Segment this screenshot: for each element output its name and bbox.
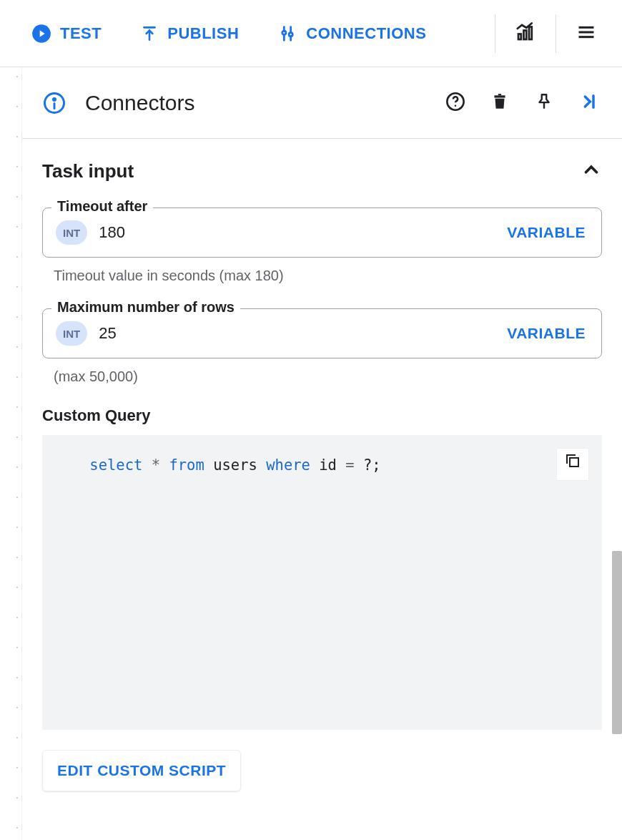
connections-button[interactable]: CONNECTIONS	[265, 16, 439, 51]
timeout-field[interactable]: Timeout after INT VARIABLE	[42, 207, 602, 258]
code-token: users	[213, 456, 257, 474]
connector-panel: Connectors	[21, 67, 622, 840]
analytics-button[interactable]	[508, 16, 543, 51]
upload-icon	[140, 24, 159, 43]
play-circle-icon	[31, 24, 51, 44]
maxrows-input[interactable]	[97, 309, 504, 358]
menu-icon	[576, 22, 596, 45]
pin-icon	[535, 92, 553, 114]
svg-rect-14	[498, 94, 501, 95]
test-button-label: TEST	[60, 24, 102, 43]
panel-title: Connectors	[85, 91, 194, 115]
toolbar: TEST PUBLISH CONNECTIONS	[0, 0, 622, 67]
timeout-legend: Timeout after	[51, 198, 153, 215]
svg-rect-8	[579, 26, 594, 28]
collapse-panel-button[interactable]	[576, 91, 601, 115]
section-header[interactable]: Task input	[42, 156, 602, 192]
separator	[556, 14, 556, 53]
svg-rect-13	[494, 95, 505, 97]
timeout-helper: Timeout value in seconds (max 180)	[54, 268, 602, 284]
timeout-input[interactable]	[97, 208, 504, 257]
scrollbar-thumb[interactable]	[612, 551, 622, 734]
svg-point-12	[455, 104, 457, 107]
pin-button[interactable]	[532, 91, 556, 115]
maxrows-legend: Maximum number of rows	[51, 299, 240, 316]
help-circle-icon	[445, 92, 465, 114]
publish-button[interactable]: PUBLISH	[127, 17, 252, 50]
menu-button[interactable]	[569, 16, 603, 51]
chart-line-icon	[515, 21, 536, 46]
svg-rect-7	[529, 26, 532, 39]
svg-rect-5	[518, 34, 521, 39]
left-rail-dots	[7, 67, 19, 840]
copy-code-button[interactable]	[556, 448, 589, 481]
separator	[495, 14, 495, 53]
connections-icon	[277, 24, 297, 44]
code-token: select	[89, 456, 142, 474]
int-chip: INT	[56, 321, 87, 346]
custom-query-label: Custom Query	[42, 406, 602, 425]
maxrows-field[interactable]: Maximum number of rows INT VARIABLE	[42, 308, 602, 358]
custom-query-code: select * from users where id = ?;	[42, 435, 602, 730]
edit-custom-script-button[interactable]: EDIT CUSTOM SCRIPT	[42, 750, 241, 791]
svg-rect-17	[570, 458, 578, 467]
code-token: *	[152, 456, 160, 474]
copy-icon	[564, 452, 581, 477]
maxrows-variable-button[interactable]: VARIABLE	[504, 321, 588, 346]
panel-header: Connectors	[22, 67, 622, 139]
delete-button[interactable]	[488, 91, 512, 115]
connections-button-label: CONNECTIONS	[306, 24, 426, 43]
svg-rect-6	[524, 30, 527, 39]
section-title: Task input	[42, 160, 134, 182]
task-input-section: Task input Timeout after INT VARIABLE Ti…	[22, 139, 622, 809]
maxrows-helper: (max 50,000)	[54, 368, 602, 385]
code-token: ?;	[363, 456, 381, 474]
trash-icon	[490, 92, 509, 114]
chevron-last-icon	[578, 92, 598, 114]
help-button[interactable]	[443, 91, 468, 115]
code-token: from	[169, 456, 204, 474]
code-token: =	[345, 456, 354, 474]
int-chip: INT	[56, 220, 87, 245]
publish-button-label: PUBLISH	[167, 24, 239, 43]
timeout-variable-button[interactable]: VARIABLE	[504, 220, 588, 245]
svg-rect-10	[579, 36, 594, 38]
code-token: id	[319, 456, 337, 474]
svg-rect-9	[579, 31, 594, 33]
edit-custom-script-label: EDIT CUSTOM SCRIPT	[57, 762, 226, 779]
connector-icon	[44, 92, 65, 114]
chevron-up-icon	[581, 159, 602, 183]
code-token: where	[266, 456, 310, 474]
test-button[interactable]: TEST	[19, 16, 114, 51]
